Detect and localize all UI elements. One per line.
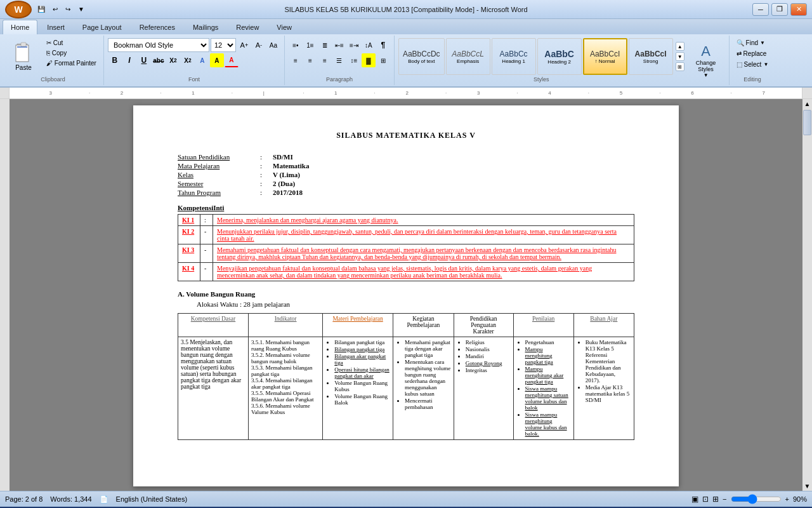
zoom-out-btn[interactable]: − [723, 495, 726, 503]
bold-button[interactable]: B [108, 53, 122, 67]
penilaian-4: Siswa mampu menghitung satuan volume kub… [525, 385, 571, 411]
horizontal-ruler: 3 · 2 · 1 · | · 1 · 2 · 3 · 4 · 5 · 6 · … [10, 88, 802, 98]
cut-button[interactable]: ✂ Cut [43, 38, 100, 48]
underline-button[interactable]: U [137, 53, 151, 67]
border-btn[interactable]: ⊞ [376, 53, 390, 67]
view-print-btn[interactable]: ▣ [691, 495, 698, 504]
decrease-font-btn[interactable]: A- [252, 38, 266, 52]
redo-quick-btn[interactable]: ↪ [62, 4, 74, 15]
align-left-btn[interactable]: ≡ [289, 53, 303, 67]
justify-btn[interactable]: ☰ [332, 53, 346, 67]
italic-button[interactable]: I [122, 53, 136, 67]
style-expand[interactable]: ⊞ [676, 62, 684, 71]
editing-label: Editing [743, 75, 761, 83]
zoom-in-btn[interactable]: + [785, 495, 789, 503]
style-normal[interactable]: AaBbCcI ↑ Normal [583, 38, 627, 75]
ki4-code: KI 4 [178, 263, 200, 281]
meta-sep-satuan: : [260, 153, 273, 161]
tab-view[interactable]: View [268, 19, 300, 34]
minimize-button[interactable]: ─ [752, 3, 769, 16]
scroll-thumb[interactable] [803, 110, 811, 135]
zoom-slider[interactable] [731, 494, 782, 504]
editing-content: 🔍 Find ▼ ⇄ Replace ⬚ Select ▼ [733, 38, 772, 75]
decrease-indent-btn[interactable]: ⇤≡ [332, 38, 346, 52]
change-styles-button[interactable]: A Change Styles ▼ [687, 40, 725, 81]
document-page[interactable]: SILABUS MATEMATIKA KELAS V Satuan Pendid… [133, 105, 679, 486]
increase-indent-btn[interactable]: ≡⇥ [347, 38, 361, 52]
align-right-btn[interactable]: ≡ [318, 53, 332, 67]
subscript-button[interactable]: X2 [166, 53, 180, 67]
show-hide-btn[interactable]: ¶ [376, 38, 390, 52]
kegiatan-1: Memahami pangkat tiga dengan akar pangka… [405, 339, 451, 358]
clear-format-btn[interactable]: Aa [266, 38, 280, 52]
copy-button[interactable]: ⎘ Copy [43, 48, 100, 58]
font-name-select[interactable]: Bookman Old Style [108, 38, 209, 52]
paste-button[interactable]: Paste [6, 38, 41, 74]
scroll-down-btn[interactable]: ▼ [803, 481, 812, 491]
language-icon: 📄 [100, 495, 108, 504]
td-indikator: 3.5.1. Memahami bangun ruang Ruang Kubus… [248, 337, 322, 440]
style-heading1[interactable]: AaBbCc Heading 1 [492, 38, 536, 75]
bullets-btn[interactable]: ≡• [289, 38, 303, 52]
tab-references[interactable]: References [131, 19, 183, 34]
change-styles-icon: A [701, 43, 710, 60]
close-button[interactable]: ✕ [790, 3, 807, 16]
th-pendidikan: PendidikanPenguatanKarakter [454, 314, 513, 337]
meta-value-kelas: V (Lima) [273, 171, 300, 178]
clipboard-group: Paste ✂ Cut ⎘ Copy 🖌 Format Painter [3, 36, 104, 85]
style-emphasis[interactable]: AaBbCcL Emphasis [446, 38, 490, 75]
ki3-code: KI 3 [178, 244, 200, 263]
styles-container: AaBbCcDc Body of text AaBbCcL Emphasis A… [398, 38, 684, 75]
text-effects-btn[interactable]: A [195, 53, 209, 67]
tab-review[interactable]: Review [228, 19, 267, 34]
fill-color-btn[interactable]: ▓ [362, 53, 376, 67]
tab-pagelayout[interactable]: Page Layout [74, 19, 130, 34]
undo-quick-btn[interactable]: ↩ [49, 4, 61, 15]
restore-button[interactable]: ❐ [771, 3, 788, 16]
replace-button[interactable]: ⇄ Replace [733, 49, 770, 58]
multilevel-btn[interactable]: ≣ [318, 38, 332, 52]
style-preview-normal: AaBbCcI [590, 50, 620, 58]
select-icon: ⬚ [737, 61, 742, 68]
font-size-select[interactable]: 12 [211, 38, 236, 52]
view-fullscreen-btn[interactable]: ⊡ [702, 495, 709, 504]
customize-quick-btn[interactable]: ▼ [75, 4, 88, 15]
vertical-scrollbar[interactable]: ▲ ▼ [802, 99, 812, 491]
numbering-btn[interactable]: 1≡ [303, 38, 317, 52]
line-spacing-btn[interactable]: ↕≡ [347, 53, 361, 67]
format-painter-label: Format Painter [55, 60, 96, 67]
find-button[interactable]: 🔍 Find ▼ [733, 38, 768, 48]
text-highlight-btn[interactable]: A [210, 53, 224, 67]
select-button[interactable]: ⬚ Select ▼ [733, 60, 772, 69]
clipboard-group-content: Paste ✂ Cut ⎘ Copy 🖌 Format Painter [6, 38, 100, 75]
page-title: SILABUS MATEMATIKA KELAS V [178, 131, 634, 140]
format-painter-button[interactable]: 🖌 Format Painter [43, 58, 100, 68]
find-label: Find [746, 39, 758, 46]
superscript-button[interactable]: X2 [181, 53, 195, 67]
align-center-btn[interactable]: ≡ [303, 53, 317, 67]
increase-font-btn[interactable]: A+ [237, 38, 251, 52]
ki4-text: Menyajikan pengetahuan faktual dan konse… [213, 263, 634, 281]
style-scroll-up[interactable]: ▲ [676, 42, 684, 51]
view-web-btn[interactable]: ⊞ [712, 495, 719, 504]
style-scroll-down[interactable]: ▼ [676, 52, 684, 61]
document-content[interactable]: SILABUS MATEMATIKA KELAS V Satuan Pendid… [10, 99, 802, 491]
style-body-of-text[interactable]: AaBbCcDc Body of text [398, 38, 445, 75]
document-area: SILABUS MATEMATIKA KELAS V Satuan Pendid… [0, 99, 812, 491]
svg-rect-3 [21, 43, 26, 46]
style-strong[interactable]: AaBbCcI Strong [629, 38, 673, 75]
meta-table: Satuan Pendidikan : SD/MI Mata Pelajaran… [178, 153, 634, 196]
sort-btn[interactable]: ↕A [362, 38, 376, 52]
scroll-up-btn[interactable]: ▲ [803, 99, 812, 109]
office-button[interactable]: W [5, 1, 32, 18]
tab-mailings[interactable]: Mailings [185, 19, 226, 34]
tab-insert[interactable]: Insert [39, 19, 73, 34]
style-preview-body: AaBbCcDc [403, 50, 440, 58]
save-quick-btn[interactable]: 💾 [34, 4, 48, 15]
style-heading2[interactable]: AaBbC Heading 2 [537, 38, 582, 75]
tab-home[interactable]: Home [3, 20, 37, 34]
font-color-btn[interactable]: A [225, 53, 239, 67]
font-name-row: Bookman Old Style 12 A+ A- Aa [108, 38, 280, 52]
strikethrough-button[interactable]: abc [152, 53, 166, 67]
meta-row-matpel: Mata Pelajaran : Matematika [178, 162, 634, 170]
